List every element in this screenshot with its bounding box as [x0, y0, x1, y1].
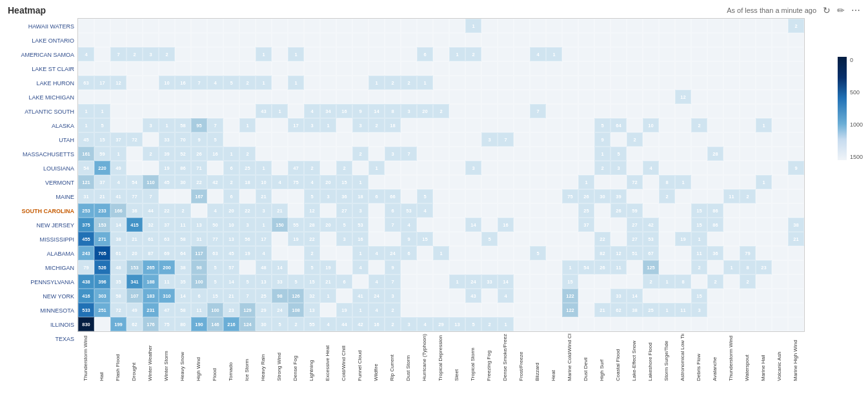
heatmap-cell[interactable]	[530, 289, 546, 303]
heatmap-cell[interactable]: 41	[110, 189, 126, 203]
heatmap-cell[interactable]	[578, 118, 594, 132]
heatmap-cell[interactable]: 1	[756, 118, 772, 132]
heatmap-cell[interactable]	[368, 19, 385, 33]
heatmap-cell[interactable]	[627, 76, 643, 90]
heatmap-cell[interactable]: 22	[239, 203, 256, 218]
heatmap-cell[interactable]	[94, 19, 110, 33]
heatmap-cell[interactable]	[401, 260, 417, 274]
heatmap-cell[interactable]	[546, 175, 562, 189]
heatmap-cell[interactable]	[449, 90, 465, 104]
heatmap-cell[interactable]	[159, 19, 175, 33]
heatmap-cell[interactable]	[772, 246, 788, 260]
heatmap-cell[interactable]: 3	[352, 203, 368, 218]
heatmap-cell[interactable]	[659, 161, 675, 175]
heatmap-cell[interactable]: 56	[239, 232, 256, 246]
heatmap-cell[interactable]: 2	[385, 76, 401, 90]
heatmap-cell[interactable]	[772, 303, 788, 317]
heatmap-cell[interactable]	[433, 274, 449, 289]
heatmap-cell[interactable]	[578, 132, 594, 147]
heatmap-cell[interactable]	[239, 47, 256, 61]
heatmap-cell[interactable]	[530, 175, 546, 189]
heatmap-cell[interactable]: 15	[691, 203, 707, 218]
heatmap-cell[interactable]: 4	[304, 175, 320, 189]
heatmap-cell[interactable]	[433, 203, 449, 218]
heatmap-cell[interactable]: 15	[94, 132, 110, 147]
heatmap-cell[interactable]	[514, 132, 530, 147]
heatmap-cell[interactable]	[707, 33, 723, 47]
heatmap-cell[interactable]: 48	[256, 260, 272, 274]
heatmap-cell[interactable]	[126, 161, 143, 175]
heatmap-cell[interactable]: 77	[207, 232, 223, 246]
heatmap-cell[interactable]	[740, 132, 756, 147]
heatmap-cell[interactable]	[530, 203, 546, 218]
heatmap-cell[interactable]	[320, 90, 336, 104]
heatmap-cell[interactable]	[481, 218, 498, 232]
heatmap-cell[interactable]	[530, 76, 546, 90]
heatmap-cell[interactable]: 4	[401, 218, 417, 232]
heatmap-cell[interactable]	[272, 189, 288, 203]
heatmap-cell[interactable]	[417, 61, 433, 76]
heatmap-cell[interactable]: 8	[659, 175, 675, 189]
heatmap-cell[interactable]	[562, 147, 578, 161]
heatmap-cell[interactable]: 75	[562, 189, 578, 203]
heatmap-cell[interactable]	[707, 232, 723, 246]
heatmap-cell[interactable]	[481, 33, 498, 47]
heatmap-cell[interactable]	[514, 61, 530, 76]
heatmap-cell[interactable]	[546, 33, 562, 47]
heatmap-cell[interactable]	[368, 147, 385, 161]
heatmap-cell[interactable]	[659, 203, 675, 218]
heatmap-cell[interactable]: 5	[594, 118, 611, 132]
heatmap-cell[interactable]	[788, 118, 804, 132]
heatmap-cell[interactable]: 153	[126, 260, 143, 274]
heatmap-cell[interactable]: 25	[643, 303, 659, 317]
heatmap-cell[interactable]	[223, 19, 239, 33]
heatmap-cell[interactable]: 45	[159, 175, 175, 189]
heatmap-cell[interactable]: 4	[320, 317, 336, 331]
heatmap-cell[interactable]	[78, 61, 94, 76]
heatmap-cell[interactable]: 1	[675, 175, 691, 189]
heatmap-cell[interactable]	[578, 161, 594, 175]
heatmap-cell[interactable]: 15	[417, 232, 433, 246]
heatmap-cell[interactable]	[449, 175, 465, 189]
heatmap-cell[interactable]: 2	[659, 189, 675, 203]
heatmap-cell[interactable]: 438	[78, 274, 94, 289]
heatmap-cell[interactable]: 15	[562, 274, 578, 289]
heatmap-cell[interactable]: 2	[175, 203, 191, 218]
heatmap-cell[interactable]: 9	[385, 260, 401, 274]
heatmap-cell[interactable]	[627, 189, 643, 203]
heatmap-cell[interactable]	[788, 104, 804, 118]
heatmap-cell[interactable]: 71	[191, 161, 207, 175]
heatmap-cell[interactable]	[465, 246, 481, 260]
heatmap-cell[interactable]: 86	[707, 218, 723, 232]
heatmap-cell[interactable]: 2	[788, 19, 804, 33]
heatmap-cell[interactable]	[143, 104, 159, 118]
heatmap-cell[interactable]	[514, 317, 530, 331]
heatmap-cell[interactable]: 28	[707, 147, 723, 161]
heatmap-cell[interactable]	[465, 203, 481, 218]
heatmap-cell[interactable]	[385, 47, 401, 61]
heatmap-cell[interactable]	[740, 76, 756, 90]
heatmap-cell[interactable]	[223, 132, 239, 147]
heatmap-cell[interactable]	[611, 175, 627, 189]
heatmap-cell[interactable]	[256, 61, 272, 76]
heatmap-cell[interactable]	[594, 289, 611, 303]
heatmap-cell[interactable]	[78, 33, 94, 47]
heatmap-cell[interactable]: 14	[498, 274, 514, 289]
heatmap-cell[interactable]	[530, 260, 546, 274]
heatmap-cell[interactable]: 1	[78, 118, 94, 132]
heatmap-cell[interactable]: 5	[481, 232, 498, 246]
heatmap-cell[interactable]	[675, 189, 691, 203]
heatmap-cell[interactable]	[578, 104, 594, 118]
heatmap-cell[interactable]	[320, 303, 336, 317]
heatmap-cell[interactable]	[481, 104, 498, 118]
heatmap-cell[interactable]	[788, 90, 804, 104]
heatmap-cell[interactable]: 43	[465, 289, 481, 303]
heatmap-cell[interactable]	[530, 232, 546, 246]
heatmap-cell[interactable]	[498, 161, 514, 175]
heatmap-cell[interactable]	[546, 61, 562, 76]
heatmap-cell[interactable]: 3	[401, 104, 417, 118]
heatmap-cell[interactable]: 1	[256, 218, 272, 232]
heatmap-cell[interactable]: 3	[352, 118, 368, 132]
heatmap-cell[interactable]: 200	[159, 260, 175, 274]
heatmap-cell[interactable]: 33	[159, 132, 175, 147]
